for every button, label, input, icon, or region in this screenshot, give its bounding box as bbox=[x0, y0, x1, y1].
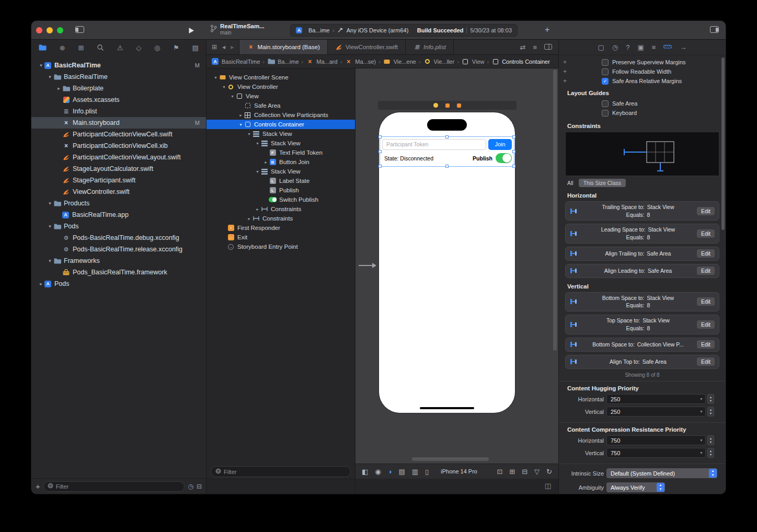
constraint-row[interactable]: Align Leading to:Safe AreaEdit bbox=[565, 264, 719, 278]
navigator-item[interactable]: ×Main.storyboardM bbox=[31, 117, 206, 129]
back-icon[interactable]: ◀ bbox=[222, 45, 225, 50]
close-window-button[interactable] bbox=[36, 27, 42, 33]
breadcrumb-item[interactable]: Vie...ene bbox=[383, 58, 416, 65]
align-icon[interactable]: ⊞ bbox=[509, 468, 515, 476]
outline-item[interactable]: LLabel State bbox=[207, 176, 355, 186]
file-inspector-icon[interactable]: ▢ bbox=[598, 43, 604, 51]
priority-combo-field[interactable]: 750▼ bbox=[606, 435, 706, 445]
run-button[interactable] bbox=[188, 27, 194, 36]
stepper-control[interactable]: ▲▼ bbox=[707, 448, 714, 458]
add-variation-button[interactable]: + bbox=[563, 68, 570, 75]
breadcrumb-item[interactable]: Vie...ller bbox=[423, 58, 455, 65]
breadcrumb-item[interactable]: View bbox=[462, 58, 485, 65]
outline-item[interactable]: ▸Constraints bbox=[207, 204, 355, 214]
fit-canvas-icon[interactable]: ⊡ bbox=[497, 468, 502, 476]
editor-tab[interactable]: ≣Info.plist bbox=[406, 40, 454, 54]
disclosure-open-icon[interactable]: ▾ bbox=[238, 122, 244, 127]
resize-handle[interactable] bbox=[512, 150, 515, 153]
orientation-icon[interactable]: ▤ bbox=[399, 468, 405, 476]
add-tab-button[interactable]: + bbox=[545, 25, 549, 34]
disclosure-open-icon[interactable]: ▾ bbox=[221, 85, 227, 89]
navigator-item[interactable]: ▾ABasicRealTimeM bbox=[31, 60, 206, 71]
priority-combo-field[interactable]: 750▼ bbox=[606, 448, 706, 458]
resolve-issues-icon[interactable]: ▽ bbox=[534, 468, 540, 476]
constraint-row[interactable]: Bottom Space to:Stack ViewEquals:8Edit bbox=[565, 292, 719, 311]
canvas-vertical-scrollbar[interactable] bbox=[553, 70, 557, 351]
outline-item[interactable]: ▾View bbox=[207, 91, 355, 101]
disclosure-closed-icon[interactable]: ▸ bbox=[263, 160, 269, 165]
edit-constraint-button[interactable]: Edit bbox=[697, 297, 715, 306]
disclosure-open-icon[interactable]: ▾ bbox=[255, 141, 260, 146]
editor-tab[interactable]: ViewController.swift bbox=[328, 40, 406, 54]
outline-item[interactable]: Safe Area bbox=[207, 101, 355, 110]
connections-inspector-icon[interactable]: → bbox=[680, 43, 686, 51]
navigator-item[interactable]: ABasicRealTime.app bbox=[31, 209, 206, 221]
history-inspector-icon[interactable]: ◷ bbox=[612, 43, 618, 51]
device-label[interactable]: iPhone 14 Pro bbox=[441, 468, 477, 475]
add-file-button[interactable]: + bbox=[36, 482, 40, 490]
breakpoint-navigator-icon[interactable]: ⚑ bbox=[173, 44, 179, 52]
disclosure-closed-icon[interactable]: ▸ bbox=[246, 216, 252, 221]
report-navigator-icon[interactable]: ▤ bbox=[192, 44, 199, 52]
breadcrumb-item[interactable]: Ba...ime bbox=[267, 58, 299, 65]
outline-filter-field[interactable]: Filter bbox=[211, 466, 351, 477]
toggle-inspector-icon[interactable] bbox=[710, 26, 719, 35]
controls-container-view[interactable]: Participant Token Join State: Disconnect… bbox=[380, 137, 514, 166]
edit-constraint-button[interactable]: Edit bbox=[697, 357, 715, 366]
intrinsic-size-popup[interactable]: Default (System Defined) ▲▼ bbox=[606, 468, 717, 478]
activity-view[interactable]: A Ba...ime › Any iOS Device (arm64) Buil… bbox=[290, 24, 518, 37]
stepper-control[interactable]: ▲▼ bbox=[707, 407, 714, 417]
navigator-item[interactable]: ×ParticipantCollectionViewCell.xib bbox=[31, 140, 206, 152]
edit-constraint-button[interactable]: Edit bbox=[697, 249, 715, 258]
constraint-row[interactable]: Leading Space to:Stack ViewEquals:8Edit bbox=[565, 224, 719, 243]
navigator-item[interactable]: ▾Products bbox=[31, 198, 206, 209]
constraint-row[interactable]: Bottom Space to:Collection View P...Edit bbox=[565, 338, 719, 352]
add-variation-button[interactable]: + bbox=[563, 59, 570, 66]
outline-item[interactable]: →Storyboard Entry Point bbox=[207, 242, 355, 251]
navigator-item[interactable]: StageParticipant.swift bbox=[31, 175, 206, 186]
disclosure-open-icon[interactable]: ▾ bbox=[47, 258, 53, 263]
test-navigator-icon[interactable]: ◇ bbox=[136, 44, 141, 52]
outline-item[interactable]: ▸Constraints bbox=[207, 214, 355, 223]
device-icon[interactable]: ▯ bbox=[425, 468, 429, 476]
checkbox[interactable] bbox=[602, 59, 609, 66]
checkbox[interactable]: ✓ bbox=[602, 78, 609, 85]
disclosure-open-icon[interactable]: ▾ bbox=[246, 132, 252, 136]
interface-builder-canvas[interactable]: Participant Token Join State: Disconnect… bbox=[355, 68, 558, 494]
zoom-window-button[interactable] bbox=[57, 27, 63, 33]
navigator-item[interactable]: Pods_BasicRealTime.framework bbox=[31, 267, 206, 278]
outline-item[interactable]: FText Field Token bbox=[207, 148, 355, 157]
disclosure-open-icon[interactable]: ▾ bbox=[38, 63, 44, 68]
resize-handle[interactable] bbox=[378, 150, 382, 153]
breadcrumb-item[interactable]: Controls Container bbox=[491, 58, 550, 65]
disclosure-open-icon[interactable]: ▾ bbox=[47, 201, 53, 206]
priority-combo-field[interactable]: 250▼ bbox=[606, 407, 706, 417]
canvas-horizontal-scrollbar[interactable] bbox=[412, 457, 489, 461]
disclosure-open-icon[interactable]: ▾ bbox=[47, 74, 53, 79]
minimize-window-button[interactable] bbox=[47, 27, 53, 33]
edit-constraint-button[interactable]: Edit bbox=[697, 229, 715, 238]
adjust-variants-icon[interactable]: ▥ bbox=[412, 468, 418, 476]
constraint-row[interactable]: Align Trailing to:Safe AreaEdit bbox=[565, 247, 719, 261]
adjust-editor-icon[interactable]: ≡ bbox=[533, 43, 537, 51]
view-controller-icon[interactable] bbox=[433, 103, 438, 108]
editor-tab[interactable]: ×Main.storyboard (Base) bbox=[239, 40, 328, 54]
first-responder-icon[interactable] bbox=[445, 103, 450, 108]
resize-handle[interactable] bbox=[512, 135, 515, 138]
disclosure-closed-icon[interactable]: ▸ bbox=[255, 207, 260, 212]
code-review-icon[interactable]: ⇄ bbox=[520, 43, 526, 51]
identity-inspector-icon[interactable]: ▣ bbox=[637, 43, 644, 51]
breadcrumb-item[interactable]: ×Ma...ard bbox=[306, 58, 337, 65]
navigator-item[interactable]: ▾BasicRealTime bbox=[31, 71, 206, 83]
navigator-item[interactable]: ▾Pods bbox=[31, 221, 206, 232]
checkbox[interactable] bbox=[602, 110, 609, 117]
outline-item[interactable]: ▾Stack View bbox=[207, 167, 355, 176]
issue-navigator-icon[interactable]: ⚠ bbox=[117, 44, 123, 52]
scheme-project-block[interactable]: RealTimeSam... main bbox=[210, 22, 265, 36]
constraints-diagram[interactable] bbox=[565, 132, 719, 176]
editor-options-icon[interactable]: ◧ bbox=[362, 468, 368, 476]
disclosure-open-icon[interactable]: ▾ bbox=[255, 169, 260, 174]
outline-item[interactable]: ▾Stack View bbox=[207, 129, 355, 138]
resize-handle[interactable] bbox=[512, 165, 515, 168]
disclosure-open-icon[interactable]: ▾ bbox=[47, 224, 53, 229]
